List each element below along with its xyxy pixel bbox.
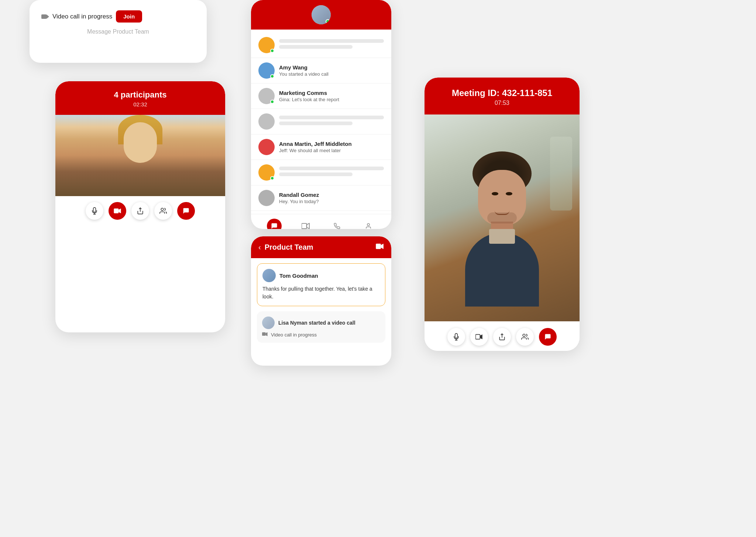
share-button[interactable] [131, 202, 149, 220]
back-button[interactable]: ‹ [258, 243, 261, 252]
chat-message-item: Tom Goodman Thanks for pulling that toge… [257, 263, 385, 306]
online-dot [270, 100, 274, 104]
meeting-share-button[interactable] [493, 328, 511, 346]
message-preview: Gina: Let's look at the report [279, 97, 384, 102]
skeleton-line [279, 39, 384, 43]
contact-name: Anna Martin, Jeff Middleton [279, 141, 384, 147]
svg-rect-11 [262, 332, 265, 336]
list-item[interactable] [251, 160, 391, 185]
meeting-chat-button[interactable] [539, 328, 557, 346]
svg-rect-9 [376, 244, 381, 249]
chat-message-text: Thanks for pulling that together. Yea, l… [262, 285, 380, 301]
svg-marker-7 [306, 223, 309, 229]
list-item[interactable]: Anna Martin, Jeff Middleton Jeff: We sho… [251, 134, 391, 160]
svg-point-18 [523, 334, 525, 337]
message-content: Anna Martin, Jeff Middleton Jeff: We sho… [279, 141, 384, 153]
message-preview: You started a video call [279, 71, 384, 77]
chat-title: Product Team [265, 243, 372, 252]
phone-nav-button[interactable] [330, 219, 344, 229]
messages-header [251, 0, 391, 30]
meeting-controls-bar [425, 321, 580, 351]
chat-nav-button[interactable] [267, 219, 282, 229]
online-status-dot [326, 19, 330, 24]
video-call-chat-item: Lisa Nyman started a video call Video ca… [257, 311, 385, 343]
online-dot [270, 49, 274, 53]
meeting-header: Meeting ID: 432-111-851 07:53 [425, 78, 580, 114]
video-call-progress-card: Video call in progress Join Message Prod… [30, 0, 207, 63]
message-preview: Jeff: We should all meet later [279, 148, 384, 153]
join-button[interactable]: Join [116, 10, 142, 23]
call-duration: 02:32 [63, 101, 218, 107]
skeleton-line [279, 116, 384, 119]
skeleton-line [279, 45, 353, 49]
online-dot [270, 176, 274, 180]
message-content: Amy Wang You started a video call [279, 64, 384, 77]
message-content: Marketing Comms Gina: Let's look at the … [279, 90, 384, 102]
chat-message-header: Tom Goodman [262, 269, 380, 282]
avatar [258, 164, 275, 181]
meeting-id-text: Meeting ID: 432-111-851 [432, 88, 572, 98]
video-cell-person1 [55, 115, 225, 196]
chat-sender-name: Tom Goodman [279, 273, 318, 279]
product-team-chat-card: ‹ Product Team Tom Goodman Thanks for pu… [251, 236, 391, 366]
message-content [279, 167, 384, 178]
svg-marker-10 [381, 244, 384, 249]
svg-point-8 [367, 223, 370, 226]
video-grid [55, 115, 225, 196]
meeting-duration: 07:53 [432, 100, 572, 106]
list-item[interactable]: Marketing Comms Gina: Let's look at the … [251, 83, 391, 109]
skeleton-line [279, 122, 353, 125]
product-team-header: ‹ Product Team [251, 236, 391, 258]
profile-nav-button[interactable] [361, 219, 376, 229]
svg-point-5 [161, 208, 164, 211]
avatar [258, 190, 275, 206]
participants-count: 4 participants [63, 90, 218, 100]
contact-name: Marketing Comms [279, 90, 384, 96]
skeleton-line [279, 172, 353, 176]
chat-button-video[interactable] [177, 202, 195, 220]
messages-list-card: Amy Wang You started a video call Market… [251, 0, 391, 229]
svg-rect-2 [114, 209, 118, 213]
meeting-video-area [425, 114, 580, 321]
video-call-status-text: Video call in progress [52, 13, 112, 20]
tom-goodman-avatar [262, 269, 276, 282]
video-call-card: 4 participants 02:32 [55, 81, 225, 332]
video-call-in-progress-text: Video call in progress [271, 332, 317, 338]
meeting-mute-button[interactable] [447, 328, 465, 346]
video-call-icon[interactable] [376, 243, 384, 252]
message-team-text: Message Product Team [41, 28, 195, 35]
skeleton-line [279, 167, 384, 170]
call-controls-bar [55, 196, 225, 227]
bottom-nav [251, 214, 391, 229]
mute-button[interactable] [86, 202, 103, 220]
avatar [258, 62, 275, 79]
meeting-id-card: Meeting ID: 432-111-851 07:53 [425, 78, 580, 351]
list-item[interactable] [251, 33, 391, 58]
participants-button[interactable] [154, 202, 172, 220]
camera-button[interactable] [109, 202, 126, 220]
list-item[interactable]: Randall Gomez Hey. You in today? [251, 185, 391, 211]
user-avatar-header [312, 5, 331, 24]
message-content: Randall Gomez Hey. You in today? [279, 192, 384, 204]
message-preview: Hey. You in today? [279, 199, 384, 204]
message-content [279, 39, 384, 51]
avatar [258, 37, 275, 53]
svg-marker-3 [118, 209, 121, 213]
svg-marker-16 [480, 335, 482, 339]
video-nav-button[interactable] [298, 219, 313, 229]
list-item[interactable] [251, 109, 391, 134]
camera-icon [41, 14, 49, 20]
online-dot [270, 74, 274, 78]
video-call-status-row: Video call in progress [262, 332, 380, 338]
video-call-initiator-row: Lisa Nyman started a video call [262, 317, 380, 329]
meeting-participants-button[interactable] [516, 328, 534, 346]
video-call-header: 4 participants 02:32 [55, 81, 225, 115]
message-list: Amy Wang You started a video call Market… [251, 30, 391, 214]
avatar [258, 139, 275, 155]
svg-rect-15 [475, 335, 480, 339]
lisa-nyman-avatar [262, 317, 275, 329]
meeting-camera-button[interactable] [470, 328, 488, 346]
video-call-initiator-name: Lisa Nyman started a video call [278, 320, 355, 326]
list-item[interactable]: Amy Wang You started a video call [251, 58, 391, 83]
camera-icon-small [262, 332, 268, 338]
